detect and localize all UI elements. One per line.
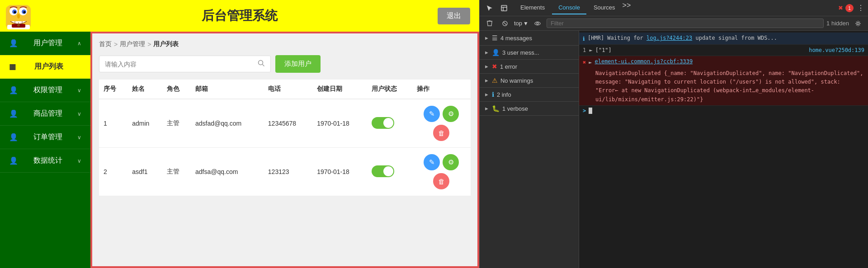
devtools-toolbar2: top ▼ 1 hidden: [480, 16, 868, 31]
settings-button[interactable]: ⚙: [443, 154, 459, 170]
tab-elements[interactable]: Elements: [514, 1, 551, 14]
main-layout: 👤 用户管理 ∧ ▦ 用户列表 👤 权限管理 ∨ 👤 商品管理 ∨ 👤: [0, 32, 479, 268]
error-line-header: ✖ ► element-ui.common.js?ccbf:3339: [583, 57, 864, 66]
hmr-text: [HMR] Waiting for log.js?4244:23 update …: [588, 34, 864, 42]
table-row: 1 admin 主管 adsfad@qq.com 12345678 1970-0…: [99, 99, 471, 148]
context-value: top: [514, 20, 522, 27]
sidebar-item-label-order: 订单管理: [33, 132, 62, 142]
breadcrumb-sep1: >: [114, 41, 118, 48]
devtools-menu-btn[interactable]: ⋮: [857, 4, 864, 12]
sidebar-arrow-goods: ∨: [77, 111, 81, 117]
sidebar-item-label-data: 数据统计: [33, 156, 62, 165]
inspect-icon-btn[interactable]: [498, 2, 510, 14]
cell-created: 1970-01-18: [312, 99, 367, 148]
status-toggle[interactable]: [372, 117, 394, 129]
cell-email: adsfad@qq.com: [191, 99, 264, 148]
sidebar-arrow-order: ∨: [77, 134, 81, 141]
sidebar-item-data-stats[interactable]: 👤 数据统计 ∨: [0, 149, 90, 173]
sidebar-item-order-mgmt[interactable]: 👤 订单管理 ∨: [0, 126, 90, 149]
search-input-wrap: [99, 56, 271, 72]
settings-button[interactable]: ⚙: [443, 106, 459, 122]
messages-header[interactable]: ► ☰ 4 messages: [480, 31, 579, 46]
devtools-tabs: Elements Console Sources >>: [514, 1, 631, 14]
sidebar-arrow-data: ∨: [77, 158, 81, 164]
delete-button[interactable]: 🗑: [433, 173, 449, 189]
sidebar-item-goods-mgmt[interactable]: 👤 商品管理 ∨: [0, 102, 90, 126]
sidebar-item-user-list[interactable]: ▦ 用户列表: [0, 55, 90, 79]
array-index: 1 ►: [583, 46, 593, 54]
edit-button[interactable]: ✎: [424, 106, 440, 122]
cell-created: 1970-01-18: [312, 148, 367, 196]
table-row: 2 asdf1 主管 adfsa@qq.com 123123 1970-01-1…: [99, 148, 471, 196]
sidebar-item-label-perm: 权限管理: [33, 85, 62, 95]
breadcrumb-parent[interactable]: 用户管理: [120, 40, 145, 48]
sidebar-item-user-mgmt[interactable]: 👤 用户管理 ∧: [0, 32, 90, 55]
console-clear-btn[interactable]: [483, 17, 496, 30]
msg-item-info[interactable]: ► ℹ 2 info: [480, 88, 579, 102]
msg-item-warning[interactable]: ► ⚠ No warnings: [480, 74, 579, 88]
eye-btn[interactable]: [531, 17, 544, 30]
context-selector: top ▼: [514, 20, 528, 27]
cell-name: asdf1: [127, 148, 162, 196]
error-expand-arrow[interactable]: ►: [589, 58, 592, 66]
more-tabs-btn[interactable]: >>: [623, 1, 631, 14]
tab-sources[interactable]: Sources: [587, 1, 622, 14]
svg-line-23: [504, 22, 507, 25]
search-button[interactable]: [258, 60, 265, 68]
perm-mgmt-icon: 👤: [9, 86, 18, 94]
msg-item-verbose[interactable]: ► 🐛 1 verbose: [480, 102, 579, 116]
cell-phone: 12345678: [264, 99, 312, 148]
console-no-btn[interactable]: [499, 17, 511, 30]
svg-line-16: [263, 65, 264, 66]
array-source-link[interactable]: home.vue?250d:139: [809, 46, 864, 54]
msg-item-user[interactable]: ► 👤 3 user mess...: [480, 46, 579, 60]
content-area: 首页 > 用户管理 > 用户列表 添加用户: [90, 32, 479, 268]
warning-msg-icon: ⚠: [492, 77, 498, 84]
console-cursor: [589, 108, 592, 114]
add-user-button[interactable]: 添加用户: [275, 55, 321, 73]
tab-console[interactable]: Console: [552, 1, 586, 14]
col-header-action: 操作: [412, 80, 471, 99]
data-stats-icon: 👤: [9, 156, 18, 165]
breadcrumb-current: 用户列表: [153, 40, 179, 48]
msg-verbose-label: 1 verbose: [502, 105, 574, 112]
cursor-icon-btn[interactable]: [483, 2, 496, 14]
gear-btn[interactable]: [852, 17, 864, 30]
sidebar-item-perm-mgmt[interactable]: 👤 权限管理 ∨: [0, 79, 90, 102]
order-mgmt-icon: 👤: [9, 133, 18, 141]
user-list-icon: ▦: [9, 62, 16, 71]
header: 后台管理系统 退出: [0, 0, 479, 32]
cell-status: [367, 99, 412, 148]
breadcrumb: 首页 > 用户管理 > 用户列表: [99, 40, 471, 48]
error-link[interactable]: element-ui.common.js?ccbf:3339: [594, 58, 693, 65]
status-toggle[interactable]: [372, 165, 394, 177]
msg-item-error[interactable]: ► ✖ 1 error: [480, 60, 579, 74]
logout-button[interactable]: 退出: [438, 8, 470, 24]
devtools-main: ► ☰ 4 messages ► 👤 3 user mess... ► ✖ 1 …: [480, 31, 868, 268]
delete-button[interactable]: 🗑: [433, 125, 449, 141]
msg-error-arrow: ►: [484, 64, 489, 69]
svg-point-8: [17, 14, 20, 19]
console-input-line[interactable]: >: [579, 106, 868, 116]
goods-mgmt-icon: 👤: [9, 109, 18, 118]
edit-button[interactable]: ✎: [424, 154, 440, 170]
hmr-link[interactable]: log.js?4244:23: [646, 35, 692, 41]
search-input[interactable]: [105, 61, 258, 68]
svg-point-26: [857, 22, 859, 24]
sidebar-arrow-user-mgmt: ∧: [77, 40, 81, 47]
hmr-info-icon: ℹ: [583, 35, 585, 43]
error-count: 1: [845, 4, 854, 12]
col-header-created: 创建日期: [312, 80, 367, 99]
filter-input[interactable]: [547, 19, 824, 28]
col-header-status: 用户状态: [367, 80, 412, 99]
console-output: ℹ [HMR] Waiting for log.js?4244:23 updat…: [579, 31, 868, 268]
header-title: 后台管理系统: [202, 7, 278, 24]
msg-warning-label: No warnings: [500, 77, 574, 84]
breadcrumb-home[interactable]: 首页: [99, 40, 112, 48]
msg-info-arrow: ►: [484, 92, 489, 97]
context-dropdown-btn[interactable]: ▼: [523, 20, 528, 27]
console-line-error: ✖ ► element-ui.common.js?ccbf:3339 Navig…: [579, 56, 868, 106]
col-header-name: 姓名: [127, 80, 162, 99]
messages-header-label: 4 messages: [500, 35, 574, 42]
console-prompt: >: [583, 108, 586, 114]
